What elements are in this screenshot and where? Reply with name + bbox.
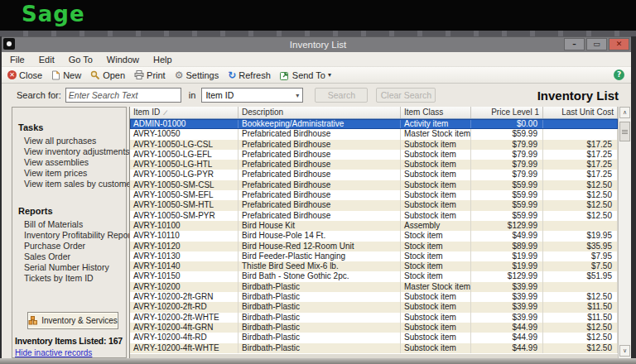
cell-item-id: AVRY-10150: [130, 271, 238, 281]
vertical-scrollbar[interactable]: ∧ ∨: [618, 107, 631, 358]
gear-icon: ⚙: [175, 70, 184, 80]
table-row[interactable]: AVRY-10200-2ft-GRNBirdbath-PlasticSubsto…: [130, 292, 618, 302]
cell-item-id: AVRY-10200-4ft-GRN: [130, 323, 238, 333]
search-input[interactable]: [65, 88, 181, 103]
scroll-down-icon[interactable]: ∨: [619, 345, 630, 357]
app-window-icon[interactable]: [3, 38, 15, 50]
sidebar-item-view-item-prices[interactable]: View item prices: [24, 170, 126, 177]
cell-last-unit-cost: $17.25: [543, 170, 618, 180]
toolbar-sendto-button[interactable]: Send To ▾: [280, 70, 331, 80]
table-row[interactable]: ADMIN-01000Bookkeeping/AdministrativeAct…: [130, 119, 618, 129]
cell-price-level-1: $49.99: [471, 231, 543, 241]
table-row[interactable]: AVRY-10050-SM-PYRPrefabricated Birdhouse…: [130, 211, 618, 221]
menu-window[interactable]: Window: [107, 55, 139, 65]
table-row[interactable]: AVRY-10100Bird House KitAssembly$129.99: [130, 221, 618, 231]
stacked-boxes-icon: [28, 316, 38, 325]
video-overlay-strip: [0, 31, 636, 36]
table-row[interactable]: AVRY-10050-LG-PYRPrefabricated Birdhouse…: [130, 170, 618, 180]
column-header-description[interactable]: Description: [238, 107, 401, 118]
cell-description: Prefabricated Birdhouse: [238, 190, 401, 200]
sendto-dropdown-caret[interactable]: ▾: [328, 71, 331, 79]
column-header-item-id[interactable]: Item ID∕: [130, 107, 238, 118]
tasks-header: Tasks: [18, 122, 126, 132]
table-row[interactable]: AVRY-10200-2ft-WHTEBirdbath-PlasticSubst…: [130, 313, 618, 323]
refresh-icon: ↻: [228, 70, 236, 80]
scrollbar-thumb[interactable]: [619, 122, 630, 141]
window-titlebar[interactable]: Inventory List: [0, 36, 636, 52]
cell-item-id: AVRY-10100: [130, 221, 238, 231]
table-row[interactable]: AVRY-10050-SM-EFLPrefabricated Birdhouse…: [130, 190, 618, 200]
sidebar-item-view-item-sales[interactable]: View item sales by customer: [24, 180, 126, 188]
menu-edit[interactable]: Edit: [39, 55, 55, 65]
column-header-item-class[interactable]: Item Class: [401, 107, 471, 118]
cell-last-unit-cost: [543, 129, 618, 139]
table-row[interactable]: AVRY-10200-4ft-GRNBirdbath-PlasticSubsto…: [130, 323, 618, 333]
sidebar-item-sales-order[interactable]: Sales Order: [24, 253, 126, 261]
cell-item-class: Substock item: [401, 302, 471, 312]
sidebar-item-view-all-purchases[interactable]: View all purchases: [24, 137, 126, 145]
cell-last-unit-cost: $7.95: [543, 251, 618, 261]
cell-item-class: Substock item: [401, 323, 471, 333]
table-row[interactable]: AVRY-10130Bird Feeder-Plastic HangingSto…: [130, 251, 618, 261]
cell-item-class: Stock item: [401, 231, 471, 241]
table-row[interactable]: AVRY-10050-LG-HTLPrefabricated Birdhouse…: [130, 160, 618, 170]
table-row[interactable]: AVRY-10050-SM-HTLPrefabricated Birdhouse…: [130, 200, 618, 210]
maximize-button[interactable]: ▭: [586, 38, 607, 50]
cell-description: Birdbath-Plastic: [238, 302, 401, 312]
toolbar-print-button[interactable]: Print: [134, 70, 166, 80]
items-listed-count: Inventory Items Listed: 167: [15, 336, 125, 346]
sidebar-item-bill-of-materials[interactable]: Bill of Materials: [24, 221, 126, 228]
sidebar-item-view-inventory-adjustments[interactable]: View inventory adjustments: [24, 148, 126, 156]
cell-price-level-1: $39.99: [471, 282, 543, 292]
table-row[interactable]: AVRY-10110Bird House-Pole 14 Ft.Stock it…: [130, 231, 618, 241]
cell-price-level-1: $39.99: [471, 292, 543, 302]
table-row[interactable]: AVRY-10050-SM-CSLPrefabricated Birdhouse…: [130, 180, 618, 190]
search-field-select[interactable]: Item ID ▾: [201, 88, 303, 103]
toolbar-new-button[interactable]: New: [51, 70, 81, 80]
sidebar-item-serial-number-history[interactable]: Serial Number History: [24, 264, 126, 271]
sidebar-item-view-assemblies[interactable]: View assemblies: [24, 159, 126, 166]
menu-help[interactable]: Help: [153, 55, 172, 65]
cell-price-level-1: $79.99: [471, 170, 543, 180]
table-row[interactable]: AVRY-10140Thistle Bird Seed Mix-6 lb.Sto…: [130, 261, 618, 271]
table-row[interactable]: AVRY-10050Prefabricated BirdhouseMaster …: [130, 129, 618, 139]
reports-header: Reports: [18, 206, 126, 216]
search-row: Search for: in Item ID ▾ Search Clear Se…: [2, 84, 631, 107]
close-window-button[interactable]: ✕: [609, 38, 629, 50]
table-row[interactable]: AVRY-10200Birdbath-PlasticMaster Stock i…: [130, 282, 618, 292]
sidebar-item-inventory-profitability[interactable]: Inventory Profitability Report: [24, 232, 126, 239]
cell-price-level-1: $19.99: [471, 261, 543, 271]
sidebar-item-tickets-by-item-id[interactable]: Tickets by Item ID: [24, 275, 126, 282]
toolbar-sendto-label: Send To: [292, 70, 325, 80]
search-button[interactable]: Search: [315, 88, 368, 103]
table-row[interactable]: AVRY-10200-4ft-RDBirdbath-PlasticSubstoc…: [130, 333, 618, 342]
table-row[interactable]: AVRY-10050-LG-CSLPrefabricated Birdhouse…: [130, 140, 618, 150]
minimize-button[interactable]: –: [564, 38, 585, 50]
menu-file[interactable]: File: [10, 55, 25, 65]
table-row[interactable]: AVRY-10050-LG-EFLPrefabricated Birdhouse…: [130, 150, 618, 160]
window-title: Inventory List: [0, 37, 636, 52]
cell-price-level-1: $44.99: [471, 343, 543, 353]
inventory-services-button[interactable]: Inventory & Services: [27, 312, 118, 329]
toolbar-open-button[interactable]: Open: [90, 70, 125, 80]
window-left-edge: [0, 36, 2, 364]
toolbar-refresh-button[interactable]: ↻ Refresh: [228, 70, 271, 80]
toolbar-settings-button[interactable]: ⚙ Settings: [175, 70, 219, 80]
table-row[interactable]: AVRY-10200-2ft-RDBirdbath-PlasticSubstoc…: [130, 302, 618, 312]
menu-goto[interactable]: Go To: [69, 55, 93, 65]
in-label: in: [189, 90, 196, 100]
scroll-up-icon[interactable]: ∧: [619, 107, 630, 118]
help-button[interactable]: ?: [614, 69, 624, 80]
hide-inactive-records-link[interactable]: Hide inactive records: [15, 348, 92, 357]
table-row[interactable]: AVRY-10120Bird House-Red 12-Room UnitSto…: [130, 242, 618, 251]
table-row[interactable]: AVRY-10200-4ft-WHTEBirdbath-PlasticSubst…: [130, 343, 618, 353]
sidebar-item-purchase-order[interactable]: Purchase Order: [24, 242, 126, 250]
column-header-price-level-1[interactable]: Price Level 1: [471, 107, 543, 118]
toolbar-close-button[interactable]: ✕ Close: [7, 70, 42, 80]
sort-indicator-icon: ∕: [165, 109, 166, 117]
column-header-last-unit-cost[interactable]: Last Unit Cost: [543, 107, 618, 118]
cell-item-id: AVRY-10200: [130, 282, 238, 292]
cell-last-unit-cost: $11.50: [543, 313, 618, 323]
clear-search-button[interactable]: Clear Search: [376, 88, 436, 103]
table-row[interactable]: AVRY-10150Bird Bath - Stone Gothic 2pc.S…: [130, 271, 618, 281]
